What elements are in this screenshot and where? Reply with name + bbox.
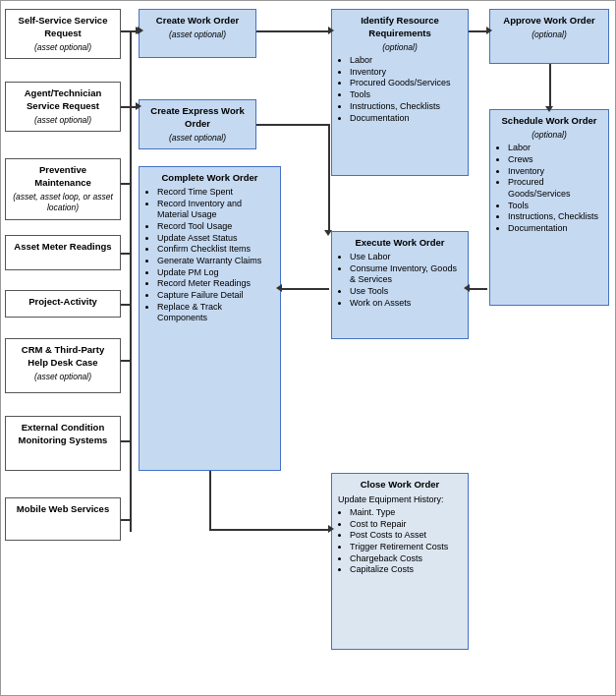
arrow-left-spine — [130, 30, 132, 532]
approve-work-order-box: Approve Work Order (optional) — [489, 9, 609, 64]
external-condition-box: External Condition Monitoring Systems — [5, 416, 121, 471]
arrow-ewo-to-cwo — [281, 288, 329, 290]
schedule-work-order-box: Schedule Work Order (optional) Labor Cre… — [489, 109, 609, 306]
identify-resource-box: Identify Resource Requirements (optional… — [331, 9, 469, 176]
mobile-web-box: Mobile Web Services — [5, 497, 121, 541]
arrow-swo-to-ewo — [469, 288, 487, 290]
arrow-cwo-to-irr — [256, 30, 329, 32]
diagram: Self-Service Service Request (asset opti… — [0, 0, 616, 696]
crm-help-desk-box: CRM & Third-Party Help Desk Case (asset … — [5, 338, 121, 393]
arrow-cwo-down — [209, 471, 211, 530]
create-work-order-box: Create Work Order (asset optional) — [139, 9, 256, 58]
preventive-maintenance-box: Preventive Maintenance (asset, asset loo… — [5, 158, 121, 220]
execute-work-order-box: Execute Work Order Use Labor Consume Inv… — [331, 231, 469, 339]
arrow-cewo-v — [328, 124, 330, 231]
create-express-box: Create Express Work Order (asset optiona… — [139, 99, 256, 149]
arrow-cewo-h — [256, 124, 329, 126]
asset-meter-box: Asset Meter Readings — [5, 235, 121, 270]
close-work-order-box: Close Work Order Update Equipment Histor… — [331, 473, 469, 650]
complete-work-order-list: Record Time Spent Record Inventory and M… — [145, 187, 274, 324]
execute-work-order-list: Use Labor Consume Inventory, Goods & Ser… — [338, 252, 462, 309]
agent-technician-box: Agent/Technician Service Request (asset … — [5, 82, 121, 132]
identify-resource-list: Labor Inventory Procured Goods/Services … — [338, 55, 462, 124]
arrow-awo-to-swo — [549, 64, 551, 107]
complete-work-order-box: Complete Work Order Record Time Spent Re… — [139, 166, 281, 471]
schedule-work-order-list: Labor Crews Inventory Procured Goods/Ser… — [496, 143, 602, 235]
arrow-spine-to-create — [130, 30, 139, 32]
project-activity-box: Project-Activity — [5, 290, 121, 318]
arrow-agent — [121, 106, 137, 108]
self-service-box: Self-Service Service Request (asset opti… — [5, 9, 121, 59]
arrow-cwo-to-close — [209, 529, 329, 531]
arrow-irr-to-awo — [469, 30, 487, 32]
close-work-order-list: Maint. Type Cost to Repair Post Costs to… — [338, 507, 462, 576]
